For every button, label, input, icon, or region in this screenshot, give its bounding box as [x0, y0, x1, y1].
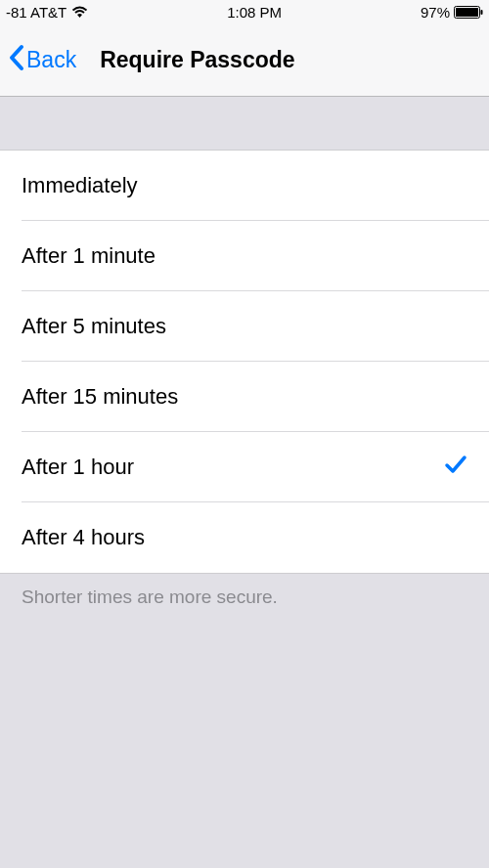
nav-bar: Back Require Passcode: [0, 24, 489, 97]
battery-percent-text: 97%: [421, 4, 450, 21]
status-right: 97%: [421, 4, 483, 21]
option-label: After 1 hour: [22, 455, 134, 480]
option-after-15-minutes[interactable]: After 15 minutes: [0, 362, 489, 432]
option-label: Immediately: [22, 173, 138, 198]
option-after-4-hours[interactable]: After 4 hours: [0, 502, 489, 573]
back-label: Back: [26, 47, 76, 73]
battery-icon: [454, 6, 483, 19]
section-spacer: [0, 97, 489, 151]
option-immediately[interactable]: Immediately: [0, 151, 489, 221]
status-left: -81 AT&T: [6, 4, 88, 21]
options-list: Immediately After 1 minute After 5 minut…: [0, 151, 489, 574]
option-label: After 5 minutes: [22, 314, 166, 339]
chevron-left-icon: [8, 44, 24, 77]
carrier-text: -81 AT&T: [6, 4, 67, 21]
page-title: Require Passcode: [100, 47, 294, 73]
option-label: After 4 hours: [22, 525, 145, 550]
option-after-1-minute[interactable]: After 1 minute: [0, 221, 489, 291]
checkmark-icon: [444, 454, 467, 481]
svg-rect-1: [456, 8, 478, 17]
option-after-1-hour[interactable]: After 1 hour: [0, 432, 489, 502]
footer-note: Shorter times are more secure.: [0, 574, 489, 621]
clock-text: 1:08 PM: [227, 4, 282, 21]
option-after-5-minutes[interactable]: After 5 minutes: [0, 291, 489, 362]
option-label: After 15 minutes: [22, 384, 178, 410]
option-label: After 1 minute: [22, 243, 156, 269]
status-bar: -81 AT&T 1:08 PM 97%: [0, 0, 489, 24]
back-button[interactable]: Back: [0, 44, 76, 77]
wifi-icon: [71, 6, 88, 19]
svg-rect-2: [481, 10, 483, 15]
